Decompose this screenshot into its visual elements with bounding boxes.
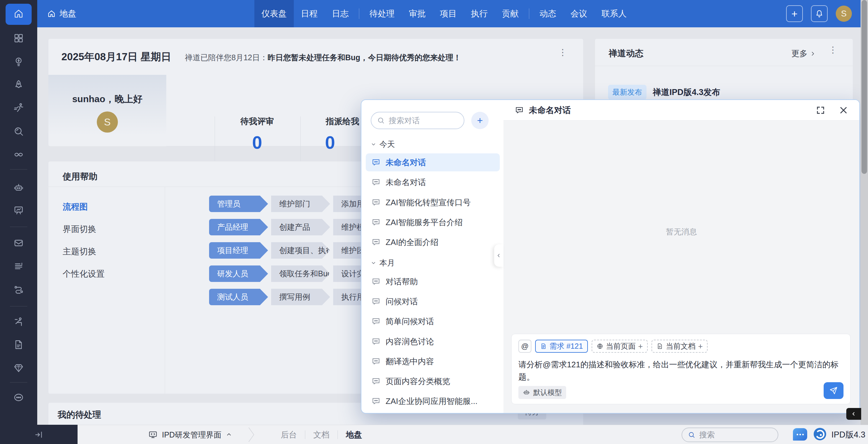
help-menu-flowchart[interactable]: 流程图 (63, 201, 104, 212)
current-doc-chip[interactable]: 当前文档+ (651, 340, 708, 353)
user-avatar[interactable]: S (836, 6, 852, 22)
help-menu-theme-switch[interactable]: 主题切换 (63, 246, 104, 257)
stat-value[interactable]: 0 (325, 132, 335, 153)
group-today[interactable]: 今天 (371, 139, 395, 149)
bi-presentation-icon[interactable] (13, 205, 24, 216)
messenger-icon[interactable] (793, 428, 807, 441)
latest-release-badge: 最新发布 (608, 85, 647, 100)
stat-value[interactable]: 0 (252, 132, 262, 153)
collapse-list-handle[interactable] (494, 244, 503, 267)
create-button[interactable]: + (786, 5, 803, 22)
tab-contacts[interactable]: 联系人 (594, 0, 634, 27)
conversation-item[interactable]: ZAI企业协同应用智能服... (366, 392, 500, 410)
scrollbar-thumb[interactable] (862, 0, 867, 174)
more-link[interactable]: 更多 (792, 48, 815, 59)
tab-dashboard[interactable]: 仪表盘 (254, 0, 294, 27)
magnifier-qa-icon[interactable] (13, 126, 24, 137)
feed-list-icon[interactable] (13, 261, 24, 272)
link-doc[interactable]: 文档 (313, 430, 330, 440)
help-menu-personalize[interactable]: 个性化设置 (63, 268, 104, 279)
chat-bubble-icon (371, 337, 381, 346)
flow-step-chip[interactable]: 创建产品 (271, 219, 330, 235)
sidebar-expand-block[interactable] (0, 425, 78, 444)
rocket-icon[interactable] (13, 79, 24, 90)
link-admin[interactable]: 后台 (281, 430, 297, 440)
app-switcher[interactable]: IPD研发管理界面 (148, 425, 232, 444)
tab-project[interactable]: 项目 (433, 0, 464, 27)
close-icon[interactable] (839, 106, 848, 115)
search-input[interactable] (699, 430, 761, 439)
mail-icon[interactable] (13, 237, 24, 248)
tab-execution[interactable]: 执行 (464, 0, 495, 27)
flow-role-chip[interactable]: 产品经理 (209, 219, 268, 235)
apps-grid-icon[interactable] (13, 33, 24, 44)
card-menu-button[interactable]: ⋮ (829, 48, 835, 52)
divider (338, 430, 338, 439)
link-dashboard-active[interactable]: 地盘 (346, 430, 362, 440)
flow-step-chip[interactable]: 领取任务和Bug (271, 265, 330, 282)
flow-role-chip[interactable]: 管理员 (209, 196, 268, 212)
story-chip[interactable]: 需求 #121 (535, 340, 588, 353)
search-input[interactable] (389, 116, 451, 125)
tab-log[interactable]: 日志 (325, 0, 356, 27)
conversation-item[interactable]: ZAI智能化转型宣传口号 (366, 194, 500, 211)
flow-step-chip[interactable]: 创建项目、执行 (271, 242, 330, 259)
tab-activity[interactable]: 动态 (532, 0, 563, 27)
tab-pending[interactable]: 待处理 (362, 0, 402, 27)
card-menu-button[interactable]: ⋮ (558, 51, 565, 54)
lightbulb-icon[interactable] (13, 56, 24, 67)
trainer-icon[interactable] (13, 316, 24, 327)
breadcrumb[interactable]: 地盘 (47, 8, 76, 19)
bottom-bar: IPD研发管理界面 后台 文档 地盘 IPD版4.3 (0, 425, 868, 444)
chevron-right-icon (810, 51, 815, 57)
flow-step-chip[interactable]: 维护部门 (271, 196, 330, 212)
help-menu-ui-switch[interactable]: 界面切换 (63, 224, 104, 235)
current-page-chip[interactable]: 当前页面+ (592, 340, 648, 353)
news-item[interactable]: 最新发布 禅道IPD版4.3发布 (608, 85, 720, 100)
group-this-month[interactable]: 本月 (371, 258, 395, 268)
conversation-item[interactable]: 内容润色讨论 (366, 332, 500, 351)
zentao-logo[interactable] (813, 427, 827, 441)
conversation-item[interactable]: 未命名对话 (366, 153, 500, 171)
new-conversation-button[interactable]: + (471, 112, 489, 129)
gem-icon[interactable] (13, 362, 24, 374)
conversation-item[interactable]: 简单问候对话 (366, 313, 500, 330)
conversation-item[interactable]: 页面内容分类概览 (366, 372, 500, 390)
infinity-devops-icon[interactable] (13, 149, 24, 160)
tab-approval[interactable]: 审批 (402, 0, 433, 27)
tab-schedule[interactable]: 日程 (294, 0, 325, 27)
conversation-item[interactable]: 问候对话 (366, 293, 500, 310)
mention-button[interactable]: @ (518, 340, 531, 353)
send-button[interactable] (824, 382, 843, 399)
tab-meeting[interactable]: 会议 (563, 0, 594, 27)
sidebar-item-home[interactable] (6, 4, 32, 25)
route-flow-icon[interactable] (13, 284, 24, 295)
document-icon[interactable] (13, 339, 24, 350)
monitor-code-icon (148, 430, 158, 439)
tab-contribution[interactable]: 贡献 (495, 0, 526, 27)
flow-role-chip[interactable]: 项目经理 (209, 242, 268, 259)
robot-ai-icon[interactable] (13, 182, 24, 194)
conversation-search[interactable] (371, 112, 464, 129)
model-selector[interactable]: 默认模型 (518, 386, 566, 399)
conversation-item[interactable]: 未命名对话 (366, 173, 500, 191)
conversation-item[interactable]: ZAI智能服务平台介绍 (366, 213, 500, 231)
more-ellipsis-icon[interactable] (13, 392, 24, 403)
conversation-item[interactable]: 翻译选中内容 (366, 352, 500, 371)
flow-step-chip[interactable]: 撰写用例 (271, 289, 330, 305)
help-menu: 流程图 界面切换 主题切换 个性化设置 (63, 201, 104, 279)
chat-bubble-icon (371, 357, 381, 366)
fullscreen-icon[interactable] (816, 106, 825, 115)
notification-bell-button[interactable] (811, 5, 828, 22)
flow-role-chip[interactable]: 研发人员 (209, 265, 268, 282)
conversation-item[interactable]: ZAI的全面介绍 (366, 233, 500, 251)
conversation-item[interactable]: 对话帮助 (366, 273, 500, 291)
page-scrollbar[interactable] (861, 0, 868, 444)
expand-sidebar-icon (34, 430, 43, 439)
message-input[interactable]: 请分析@需求121的描述和验收标准，给出一些优化建议，并重新帮我生成一个更简洁的… (518, 358, 843, 383)
flow-role-chip[interactable]: 测试人员 (209, 289, 268, 305)
runner-icon[interactable] (13, 102, 24, 113)
chat-input-card[interactable]: @ 需求 #121 当前页面+ 当前文档+ 请分析@需求121的描述和验收标准，… (511, 334, 850, 404)
right-dock-handle[interactable] (846, 408, 861, 420)
global-search[interactable] (682, 427, 778, 442)
